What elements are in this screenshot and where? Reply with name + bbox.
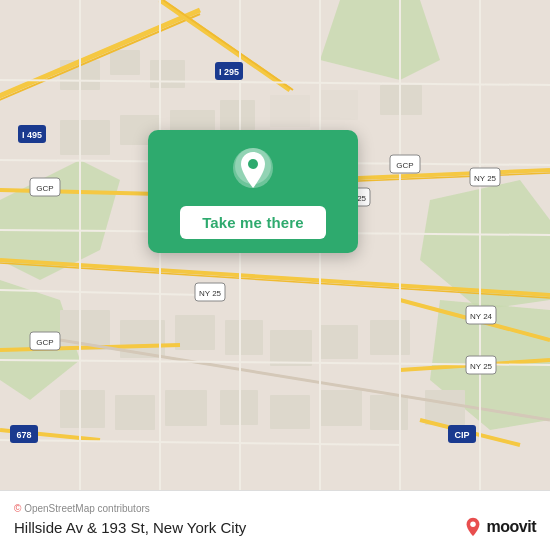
- location-card: Take me there: [148, 130, 358, 253]
- svg-text:NY 25: NY 25: [470, 362, 493, 371]
- attribution-text: OpenStreetMap contributors: [24, 503, 150, 514]
- svg-text:NY 24: NY 24: [470, 312, 493, 321]
- svg-rect-21: [320, 325, 358, 359]
- svg-point-84: [248, 159, 258, 169]
- svg-text:I 495: I 495: [22, 130, 42, 140]
- svg-rect-24: [115, 395, 155, 430]
- svg-rect-25: [165, 390, 207, 426]
- svg-text:GCP: GCP: [396, 161, 413, 170]
- moovit-logo: moovit: [462, 516, 536, 538]
- take-me-there-button[interactable]: Take me there: [180, 206, 326, 239]
- svg-text:I 295: I 295: [219, 67, 239, 77]
- osm-copyright: ©: [14, 503, 21, 514]
- svg-rect-8: [150, 60, 185, 88]
- svg-rect-29: [370, 395, 408, 430]
- svg-rect-18: [175, 315, 215, 350]
- svg-text:CIP: CIP: [454, 430, 469, 440]
- svg-text:NY 25: NY 25: [199, 289, 222, 298]
- svg-rect-14: [320, 90, 358, 120]
- svg-rect-27: [270, 395, 310, 429]
- svg-rect-7: [110, 50, 140, 75]
- svg-rect-20: [270, 330, 312, 366]
- svg-rect-28: [320, 390, 362, 426]
- location-name: Hillside Av & 193 St, New York City: [14, 519, 246, 536]
- moovit-text: moovit: [487, 518, 536, 536]
- svg-rect-23: [60, 390, 105, 428]
- svg-rect-19: [225, 320, 263, 355]
- svg-text:NY 25: NY 25: [474, 174, 497, 183]
- svg-text:GCP: GCP: [36, 184, 53, 193]
- svg-point-85: [470, 522, 476, 528]
- svg-rect-30: [425, 390, 465, 425]
- moovit-logo-icon: [462, 516, 484, 538]
- svg-rect-13: [270, 95, 310, 127]
- bottom-bar: © OpenStreetMap contributors Hillside Av…: [0, 490, 550, 550]
- svg-text:GCP: GCP: [36, 338, 53, 347]
- svg-rect-9: [60, 120, 110, 155]
- attribution: © OpenStreetMap contributors: [14, 503, 536, 514]
- svg-text:678: 678: [16, 430, 31, 440]
- pin-icon: [229, 148, 277, 196]
- map-view: I 495 I 295 NY 25 NY 25 NY 25 GCP GCP GC…: [0, 0, 550, 490]
- svg-rect-22: [370, 320, 410, 355]
- svg-rect-12: [220, 100, 255, 130]
